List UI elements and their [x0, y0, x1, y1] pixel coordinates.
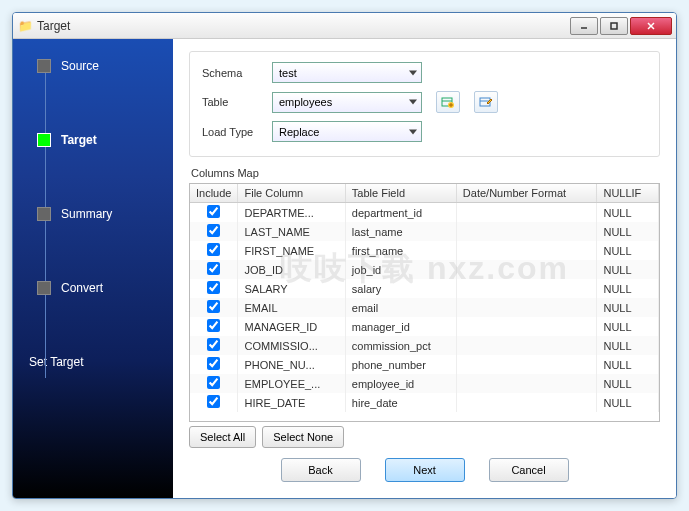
table-row[interactable]: EMAILemailNULL — [190, 298, 659, 317]
include-checkbox[interactable] — [207, 300, 220, 313]
include-checkbox[interactable] — [207, 376, 220, 389]
cell-format — [456, 203, 597, 223]
include-checkbox[interactable] — [207, 205, 220, 218]
loadtype-label: Load Type — [202, 126, 272, 138]
sidebar: Source Target Summary Convert Set Target — [13, 39, 173, 498]
step-convert[interactable]: Convert — [25, 281, 161, 295]
table-row[interactable]: EMPLOYEE_...employee_idNULL — [190, 374, 659, 393]
step-summary[interactable]: Summary — [25, 207, 161, 221]
include-checkbox[interactable] — [207, 262, 220, 275]
table-row[interactable]: PHONE_NU...phone_numberNULL — [190, 355, 659, 374]
step-label: Source — [61, 59, 99, 73]
table-row[interactable]: FIRST_NAMEfirst_nameNULL — [190, 241, 659, 260]
step-label: Target — [61, 133, 97, 147]
cell-include — [190, 203, 238, 223]
cell-filecolumn: FIRST_NAME — [238, 241, 345, 260]
back-button[interactable]: Back — [281, 458, 361, 482]
table-row[interactable]: DEPARTME...department_idNULL — [190, 203, 659, 223]
step-connector-line — [45, 69, 46, 378]
cell-tablefield: commission_pct — [345, 336, 456, 355]
close-button[interactable] — [630, 17, 672, 35]
cell-nullif: NULL — [597, 279, 659, 298]
cell-tablefield: employee_id — [345, 374, 456, 393]
include-checkbox[interactable] — [207, 224, 220, 237]
cell-nullif: NULL — [597, 317, 659, 336]
cell-filecolumn: EMPLOYEE_... — [238, 374, 345, 393]
cell-nullif: NULL — [597, 374, 659, 393]
cell-format — [456, 222, 597, 241]
table-row[interactable]: MANAGER_IDmanager_idNULL — [190, 317, 659, 336]
edit-table-button[interactable] — [474, 91, 498, 113]
table-header-row: Include File Column Table Field Date/Num… — [190, 184, 659, 203]
col-include[interactable]: Include — [190, 184, 238, 203]
maximize-button[interactable] — [600, 17, 628, 35]
include-checkbox[interactable] — [207, 319, 220, 332]
include-checkbox[interactable] — [207, 281, 220, 294]
next-button[interactable]: Next — [385, 458, 465, 482]
cell-include — [190, 260, 238, 279]
step-source[interactable]: Source — [25, 59, 161, 73]
loadtype-combo[interactable]: Replace — [272, 121, 422, 142]
col-format[interactable]: Date/Number Format — [456, 184, 597, 203]
columns-table-wrap[interactable]: Include File Column Table Field Date/Num… — [189, 183, 660, 422]
table-combo[interactable]: employees — [272, 92, 422, 113]
cell-include — [190, 336, 238, 355]
loadtype-value: Replace — [279, 126, 319, 138]
include-checkbox[interactable] — [207, 243, 220, 256]
cell-format — [456, 393, 597, 412]
cell-include — [190, 279, 238, 298]
columns-map-label: Columns Map — [191, 167, 660, 179]
cell-nullif: NULL — [597, 393, 659, 412]
step-box-icon — [37, 281, 51, 295]
step-target[interactable]: Target — [25, 133, 161, 147]
cancel-button[interactable]: Cancel — [489, 458, 569, 482]
cell-tablefield: email — [345, 298, 456, 317]
table-row[interactable]: COMMISSIO...commission_pctNULL — [190, 336, 659, 355]
cell-include — [190, 355, 238, 374]
cell-format — [456, 374, 597, 393]
cell-tablefield: hire_date — [345, 393, 456, 412]
cell-tablefield: phone_number — [345, 355, 456, 374]
select-none-button[interactable]: Select None — [262, 426, 344, 448]
titlebar: 📁 Target — [13, 13, 676, 39]
schema-combo[interactable]: test — [272, 62, 422, 83]
table-row[interactable]: HIRE_DATEhire_dateNULL — [190, 393, 659, 412]
table-row: Table employees — [202, 91, 647, 113]
cell-filecolumn: LAST_NAME — [238, 222, 345, 241]
select-all-button[interactable]: Select All — [189, 426, 256, 448]
cell-tablefield: last_name — [345, 222, 456, 241]
include-checkbox[interactable] — [207, 338, 220, 351]
minimize-button[interactable] — [570, 17, 598, 35]
table-row[interactable]: LAST_NAMElast_nameNULL — [190, 222, 659, 241]
table-label: Table — [202, 96, 272, 108]
app-window: 📁 Target Source Target Summary — [12, 12, 677, 499]
footer: Back Next Cancel — [189, 448, 660, 486]
cell-tablefield: first_name — [345, 241, 456, 260]
cell-tablefield: manager_id — [345, 317, 456, 336]
cell-format — [456, 279, 597, 298]
col-filecolumn[interactable]: File Column — [238, 184, 345, 203]
set-target-label: Set Target — [29, 355, 161, 369]
cell-filecolumn: SALARY — [238, 279, 345, 298]
selection-row: Select All Select None — [189, 426, 660, 448]
cell-nullif: NULL — [597, 336, 659, 355]
cell-format — [456, 317, 597, 336]
col-nullif[interactable]: NULLIF — [597, 184, 659, 203]
form-group: Schema test Table employees Load Type Re… — [189, 51, 660, 157]
cell-filecolumn: PHONE_NU... — [238, 355, 345, 374]
cell-filecolumn: HIRE_DATE — [238, 393, 345, 412]
new-table-button[interactable] — [436, 91, 460, 113]
cell-nullif: NULL — [597, 203, 659, 223]
cell-include — [190, 393, 238, 412]
cell-include — [190, 374, 238, 393]
columns-table: Include File Column Table Field Date/Num… — [190, 184, 659, 412]
table-row[interactable]: SALARYsalaryNULL — [190, 279, 659, 298]
cell-include — [190, 241, 238, 260]
table-row[interactable]: JOB_IDjob_idNULL — [190, 260, 659, 279]
include-checkbox[interactable] — [207, 357, 220, 370]
include-checkbox[interactable] — [207, 395, 220, 408]
cell-tablefield: department_id — [345, 203, 456, 223]
col-tablefield[interactable]: Table Field — [345, 184, 456, 203]
table-add-icon — [441, 95, 455, 109]
cell-tablefield: job_id — [345, 260, 456, 279]
